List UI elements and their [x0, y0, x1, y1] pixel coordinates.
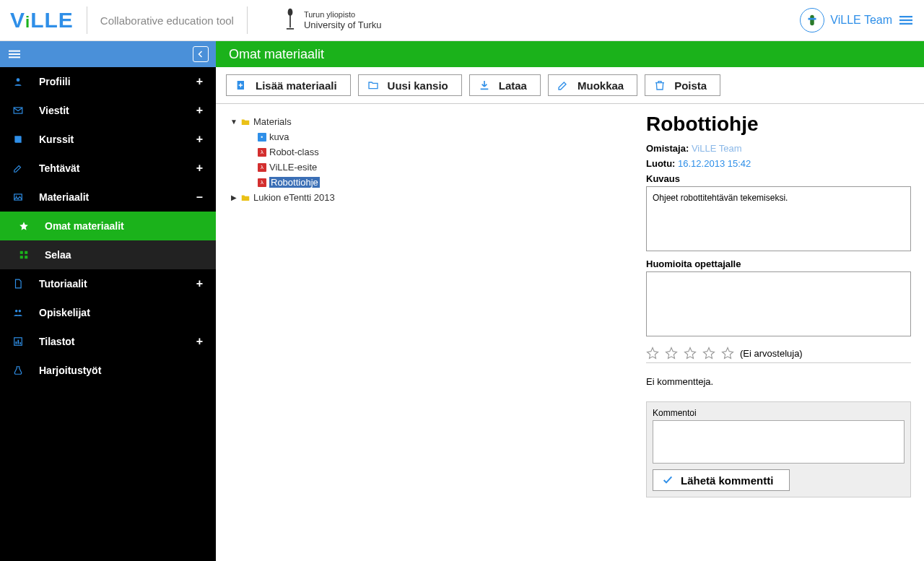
comment-input[interactable] — [653, 420, 905, 464]
torch-icon — [282, 8, 298, 32]
divider — [87, 6, 87, 34]
star-outline-icon[interactable] — [684, 347, 697, 360]
caret-down-icon: ▼ — [230, 118, 237, 126]
content: ▼Materials ▪kuva λRobot-class λViLLE-esi… — [216, 104, 924, 561]
tree-label: ViLLE-esite — [269, 162, 317, 173]
star-icon — [19, 221, 32, 231]
user-icon — [13, 77, 26, 87]
image-file-icon: ▪ — [258, 133, 266, 142]
detail-title: Robottiohje — [646, 113, 911, 136]
tree-label: Lukion eTentti 2013 — [253, 192, 335, 203]
toolbar: Lisää materiaali Uusi kansio Lataa Muokk… — [216, 67, 924, 104]
nav-label: Viestit — [39, 105, 183, 116]
download-button[interactable]: Lataa — [469, 74, 541, 96]
button-label: Lisää materiaali — [256, 79, 337, 92]
created-value: 16.12.2013 15:42 — [678, 158, 751, 169]
description-label: Kuvaus — [646, 173, 911, 184]
image-icon — [13, 192, 26, 202]
star-outline-icon[interactable] — [665, 347, 678, 360]
flask-icon — [13, 365, 26, 375]
nav-tehtavat[interactable]: Tehtävät+ — [0, 154, 216, 183]
delete-button[interactable]: Poista — [645, 74, 720, 96]
collapse-sidebar-button[interactable] — [193, 46, 209, 62]
expand-icon: + — [196, 162, 203, 175]
tree-file[interactable]: λRobot-class — [248, 144, 626, 160]
nav-label: Harjoitustyöt — [39, 365, 203, 376]
nav-selaa[interactable]: Selaa — [0, 240, 216, 269]
owner-row: Omistaja: ViLLE Team — [646, 143, 911, 154]
users-icon — [13, 308, 26, 318]
file-icon — [13, 279, 26, 289]
nav-tutoriaalit[interactable]: Tutoriaalit+ — [0, 269, 216, 298]
team-name[interactable]: ViLLE Team — [830, 14, 892, 27]
notes-label: Huomioita opettajalle — [646, 258, 911, 269]
tree-folder-root[interactable]: ▼Materials — [230, 114, 626, 129]
divider — [247, 6, 248, 34]
university-line1: Turun yliopisto — [304, 10, 382, 19]
star-outline-icon[interactable] — [721, 347, 734, 360]
folder-icon — [240, 193, 250, 203]
tree-label: Robot-class — [269, 147, 319, 157]
mail-icon — [13, 105, 26, 116]
expand-icon: + — [196, 133, 203, 146]
nav-tilastot[interactable]: Tilastot+ — [0, 327, 216, 356]
tree-file-selected[interactable]: λRobottiohje — [248, 175, 626, 190]
send-comment-button[interactable]: Lähetä kommentti — [653, 469, 790, 491]
menu-icon[interactable] — [898, 14, 914, 27]
notes-box — [646, 271, 911, 336]
add-file-icon — [235, 79, 247, 91]
main: Omat materiaalit Lisää materiaali Uusi k… — [216, 41, 924, 561]
tree-label: Materials — [253, 116, 292, 127]
owner-label: Omistaja: — [646, 143, 689, 154]
top-header: ViLLE Collaborative education tool Turun… — [0, 0, 924, 41]
nav-opiskelijat[interactable]: Opiskelijat — [0, 298, 216, 327]
button-label: Poista — [674, 79, 707, 92]
add-material-button[interactable]: Lisää materiaali — [226, 74, 351, 96]
detail-panel: Robottiohje Omistaja: ViLLE Team Luotu: … — [633, 104, 924, 561]
nav-harjoitustyot[interactable]: Harjoitustyöt — [0, 356, 216, 385]
expand-icon: + — [196, 277, 203, 290]
no-comments-text: Ei kommentteja. — [646, 376, 911, 387]
sidebar-top-bar — [0, 41, 216, 67]
avatar[interactable] — [800, 8, 824, 32]
avatar-icon — [804, 12, 820, 28]
sidebar: Profiili+ Viestit+ Kurssit+ Tehtävät+ Ma… — [0, 41, 216, 561]
tree-folder[interactable]: ▶Lukion eTentti 2013 — [230, 190, 626, 205]
tree-file[interactable]: λViLLE-esite — [248, 160, 626, 175]
comment-label: Kommentoi — [653, 408, 905, 418]
tree-label: kuva — [269, 131, 289, 142]
university-logo: Turun yliopisto University of Turku — [282, 8, 382, 32]
nav-kurssit[interactable]: Kurssit+ — [0, 125, 216, 154]
star-outline-icon[interactable] — [702, 347, 715, 360]
no-ratings-text: (Ei arvosteluja) — [740, 348, 803, 359]
created-row: Luotu: 16.12.2013 15:42 — [646, 158, 911, 169]
app-logo[interactable]: ViLLE — [10, 8, 74, 32]
nav-label: Profiili — [39, 76, 183, 87]
university-line2: University of Turku — [304, 19, 382, 31]
owner-link[interactable]: ViLLE Team — [692, 143, 742, 154]
star-outline-icon[interactable] — [646, 347, 659, 360]
book-icon — [13, 134, 26, 144]
page-title: Omat materiaalit — [216, 41, 924, 67]
nav-viestit[interactable]: Viestit+ — [0, 96, 216, 125]
pdf-file-icon: λ — [258, 148, 266, 157]
chevron-left-icon — [196, 50, 205, 58]
created-label: Luotu: — [646, 158, 675, 169]
nav-label: Kurssit — [39, 134, 183, 145]
edit-button[interactable]: Muokkaa — [548, 74, 637, 96]
nav-label: Selaa — [45, 249, 203, 261]
tree-file[interactable]: ▪kuva — [248, 129, 626, 144]
new-folder-button[interactable]: Uusi kansio — [358, 74, 462, 96]
pdf-file-icon: λ — [258, 163, 266, 172]
expand-icon: + — [196, 104, 203, 117]
nav-label: Tutoriaalit — [39, 278, 183, 290]
nav: Profiili+ Viestit+ Kurssit+ Tehtävät+ Ma… — [0, 67, 216, 561]
nav-label: Tilastot — [39, 336, 183, 347]
hamburger-icon[interactable] — [7, 48, 22, 60]
check-icon — [662, 474, 674, 486]
nav-omat-materiaalit[interactable]: Omat materiaalit — [0, 212, 216, 240]
nav-profiili[interactable]: Profiili+ — [0, 67, 216, 96]
nav-label: Opiskelijat — [39, 307, 203, 318]
nav-materiaalit[interactable]: Materiaalit– — [0, 183, 216, 212]
button-label: Lataa — [499, 79, 527, 92]
